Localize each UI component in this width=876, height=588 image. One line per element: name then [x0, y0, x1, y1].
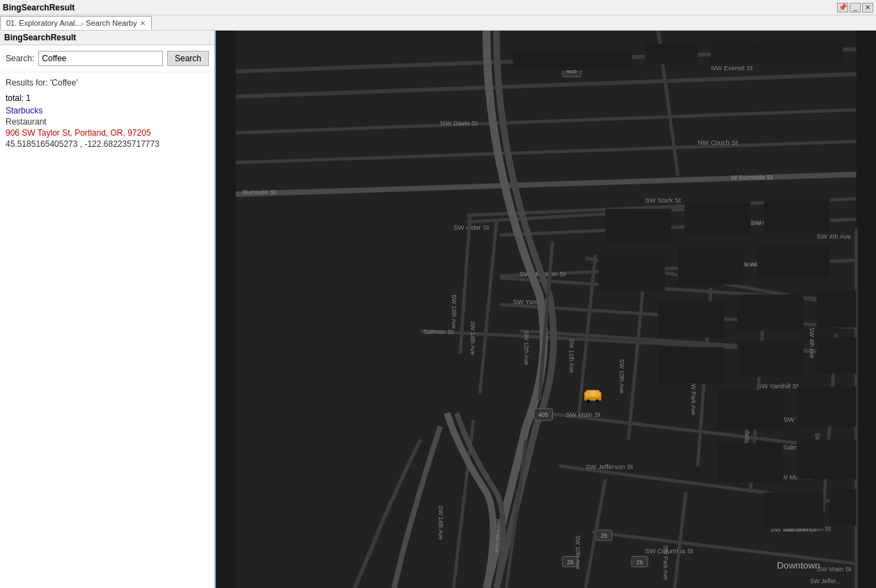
svg-text:SW Stark St: SW Stark St: [645, 196, 681, 204]
svg-text:W Burnside St: W Burnside St: [730, 173, 773, 181]
svg-rect-99: [717, 390, 783, 430]
svg-point-108: [595, 399, 600, 404]
svg-rect-100: [797, 387, 856, 427]
svg-point-107: [586, 399, 590, 404]
svg-text:26: 26: [636, 559, 643, 566]
search-input[interactable]: [38, 51, 163, 66]
svg-text:NW Couch St: NW Couch St: [698, 138, 738, 146]
result-address: 906 SW Taylor St, Portland, OR, 97205: [6, 128, 209, 138]
panel-title-text: BingSearchResult: [4, 33, 76, 42]
svg-text:SW Main St: SW Main St: [817, 565, 852, 573]
svg-rect-102: [797, 440, 856, 479]
panel-title: BingSearchResult: [0, 31, 214, 45]
svg-rect-88: [685, 202, 751, 235]
svg-rect-101: [717, 443, 783, 482]
map-canvas: NW Flanders St NW Everett St NW Davis St…: [216, 31, 876, 588]
svg-text:SW Park Ave: SW Park Ave: [690, 380, 697, 415]
svg-text:SW 10th Ave: SW 10th Ave: [574, 535, 581, 569]
svg-text:SW 16th Ave: SW 16th Ave: [451, 294, 457, 328]
title-bar: BingSearchResult 📌 _ ✕: [0, 0, 876, 15]
svg-rect-96: [658, 347, 724, 383]
svg-text:SW Jeffer...: SW Jeffer...: [810, 578, 840, 585]
svg-text:SW 14th Ave: SW 14th Ave: [437, 506, 444, 540]
results-area: Results for: 'Coffee' total: 1 Starbucks…: [0, 72, 214, 588]
search-label: Search:: [6, 54, 34, 63]
svg-rect-85: [645, 44, 698, 63]
minimize-button[interactable]: _: [850, 3, 861, 13]
svg-rect-109: [585, 392, 589, 396]
svg-text:405: 405: [538, 411, 548, 418]
tab-close-icon[interactable]: ✕: [140, 19, 146, 27]
svg-text:SW Alder St: SW Alder St: [453, 223, 489, 231]
svg-rect-93: [658, 301, 724, 337]
tab-bar: 01. Exploratory Anal...- Search Nearby ✕: [0, 15, 876, 31]
svg-text:SW 14th Ave: SW 14th Ave: [469, 321, 476, 355]
result-name: Starbucks: [6, 106, 209, 116]
svg-rect-84: [513, 50, 632, 70]
svg-text:Burnside St: Burnside St: [242, 188, 276, 196]
svg-text:SW Park Ave: SW Park Ave: [662, 545, 669, 580]
svg-rect-97: [737, 341, 804, 377]
svg-rect-111: [597, 392, 601, 396]
results-header: Results for: 'Coffee': [6, 78, 209, 88]
svg-text:SW Jefferson St: SW Jefferson St: [586, 463, 634, 470]
svg-rect-87: [605, 209, 671, 241]
svg-rect-86: [711, 40, 843, 63]
svg-rect-110: [590, 391, 596, 397]
svg-text:NW Everett St: NW Everett St: [711, 64, 753, 72]
svg-text:Downtown: Downtown: [777, 560, 820, 571]
svg-text:SW 11th Ave: SW 11th Ave: [568, 339, 575, 373]
map-area[interactable]: NW Flanders St NW Everett St NW Davis St…: [216, 31, 876, 588]
svg-text:SW 10th Ave: SW 10th Ave: [618, 359, 625, 393]
close-button[interactable]: ✕: [862, 3, 873, 13]
main-content: BingSearchResult Search: Search Results …: [0, 31, 876, 588]
svg-rect-98: [817, 337, 857, 374]
svg-text:SW Yamhill St: SW Yamhill St: [757, 382, 799, 390]
svg-rect-103: [764, 493, 823, 529]
svg-text:Salmon St: Salmon St: [423, 328, 454, 335]
svg-text:SW 4th Ave: SW 4th Ave: [808, 328, 815, 359]
window-title: BingSearchResult: [3, 3, 837, 13]
svg-text:SW 4th Ave: SW 4th Ave: [817, 232, 851, 240]
tab-label: 01. Exploratory Anal...- Search Nearby: [6, 19, 137, 27]
tab-main[interactable]: 01. Exploratory Anal...- Search Nearby ✕: [0, 16, 152, 30]
svg-rect-89: [764, 199, 830, 232]
search-row: Search: Search: [0, 45, 214, 72]
result-category: Restaurant: [6, 117, 209, 127]
window-controls[interactable]: 📌 _ ✕: [837, 3, 873, 13]
svg-text:SW 12th Ave: SW 12th Ave: [523, 331, 530, 365]
svg-text:26: 26: [601, 532, 608, 539]
svg-rect-94: [737, 294, 804, 331]
result-total: total: 1: [6, 93, 209, 103]
left-panel: BingSearchResult Search: Search Results …: [0, 31, 216, 588]
search-button[interactable]: Search: [167, 51, 209, 66]
result-coords: 45.5185165405273 , -122.682235717773: [6, 139, 209, 149]
svg-text:SW Main St: SW Main St: [565, 411, 600, 418]
svg-rect-92: [757, 245, 829, 278]
svg-rect-104: [830, 489, 857, 525]
svg-text:26: 26: [567, 559, 574, 566]
pin-button[interactable]: 📌: [837, 3, 848, 13]
svg-rect-90: [599, 255, 665, 291]
svg-rect-95: [817, 291, 857, 327]
svg-rect-91: [678, 248, 744, 285]
svg-text:NW Davis St: NW Davis St: [440, 119, 478, 127]
